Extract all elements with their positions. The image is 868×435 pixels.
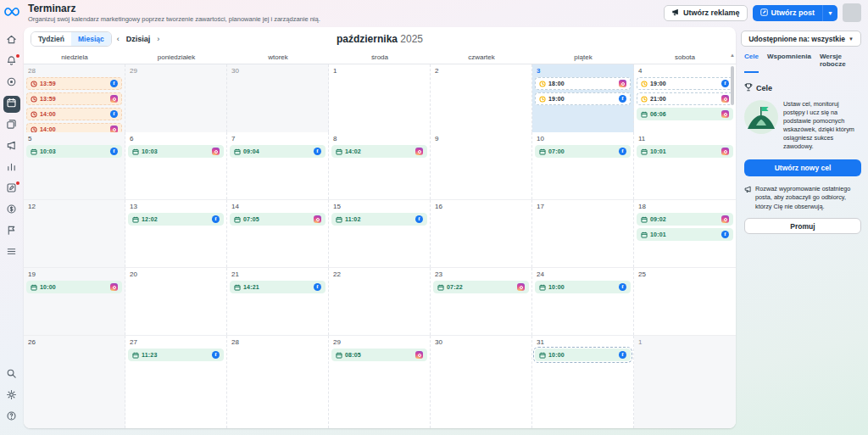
filter-dropdown-1[interactable]: Udostępnione na: wszystkie▼ (741, 31, 861, 47)
calendar-event[interactable]: 13:59 (26, 92, 122, 105)
day-cell-23[interactable]: 2307:22 (431, 268, 532, 335)
day-cell-15[interactable]: 1511:02f (329, 200, 431, 267)
calendar-event[interactable]: 12:02f (128, 213, 224, 226)
instagram-icon (517, 283, 525, 291)
calendar-event[interactable]: 07:05 (230, 213, 326, 226)
clock-icon (641, 81, 648, 87)
view-toggle-week[interactable]: Tydzień (31, 32, 71, 46)
day-cell-22[interactable]: 22 (329, 268, 431, 335)
day-cell-26[interactable]: 26 (24, 336, 125, 428)
scroll-up-icon[interactable]: ▲ (730, 53, 735, 58)
calendar-event[interactable]: 11:02f (331, 213, 427, 226)
sidebar-item-inbox[interactable] (3, 75, 20, 92)
create-post-dropdown-button[interactable]: ▼ (822, 5, 837, 21)
day-cell-16[interactable]: 16 (431, 200, 532, 267)
today-button[interactable]: Dzisiaj (125, 35, 153, 43)
day-cell-20[interactable]: 20 (125, 268, 227, 335)
prev-month-button[interactable]: ‹ (112, 35, 125, 43)
create-goal-button[interactable]: Utwórz nowy cel (744, 159, 861, 176)
day-cell-7[interactable]: 709:04f (227, 132, 329, 199)
day-cell-8[interactable]: 814:02 (329, 132, 431, 199)
clock-icon (539, 81, 546, 87)
meta-logo-icon[interactable] (0, 7, 23, 17)
day-cell-18[interactable]: 1809:0210:01f (634, 200, 736, 267)
sidebar-item-planner[interactable] (3, 96, 20, 113)
day-cell-6[interactable]: 610:03 (125, 132, 227, 199)
calendar-event[interactable]: 10:03 (128, 145, 224, 158)
day-cell-29[interactable]: 2908:05 (329, 336, 431, 428)
day-cell-19[interactable]: 1910:00 (24, 268, 125, 335)
day-cell-11[interactable]: 1110:01 (634, 132, 736, 199)
sidebar-item-all-tools[interactable] (3, 244, 20, 261)
day-cell-17[interactable]: 17 (532, 200, 634, 267)
sidebar-item-pages[interactable] (3, 223, 20, 240)
calendar-event[interactable]: 19:00f (535, 92, 631, 105)
day-cell-13[interactable]: 1312:02f (125, 200, 227, 267)
published-icon (31, 284, 37, 291)
calendar-event[interactable]: 19:00f (637, 77, 733, 90)
day-cell-28[interactable]: 28 (227, 336, 329, 428)
sidebar-item-content[interactable] (3, 117, 20, 134)
sidebar-item-ads-manager[interactable] (3, 181, 20, 198)
calendar-event[interactable]: 10:00 (26, 281, 122, 293)
day-number: 1 (333, 67, 427, 75)
day-cell-10[interactable]: 1007:00f (532, 132, 634, 199)
calendar-event[interactable]: 08:05 (331, 349, 427, 361)
facebook-icon: f (110, 110, 118, 118)
calendar-event[interactable]: 14:00f (26, 108, 122, 120)
sidebar-item-ads[interactable] (3, 138, 20, 155)
tab-wspomnienia[interactable]: Wspomnienia (767, 53, 811, 73)
avatar[interactable] (843, 3, 861, 22)
insights-icon (6, 160, 17, 176)
create-ad-button[interactable]: Utwórz reklamę (664, 5, 748, 21)
day-cell-30[interactable]: 30 (431, 336, 532, 428)
calendar-event[interactable]: 10:00f (535, 281, 631, 293)
tab-cele[interactable]: Cele (744, 53, 759, 73)
view-toggle-month[interactable]: Miesiąc (71, 32, 111, 46)
sidebar-item-search[interactable] (3, 366, 20, 383)
calendar-event[interactable]: 14:21f (230, 281, 326, 293)
day-cell-31[interactable]: 3110:00f (532, 336, 634, 428)
calendar-event[interactable]: 10:00f (535, 349, 631, 361)
scrollbar-thumb[interactable] (731, 66, 734, 105)
promote-button[interactable]: Promuj (744, 218, 861, 234)
day-cell-27[interactable]: 2711:23f (125, 336, 227, 428)
calendar-event[interactable]: 10:01f (637, 228, 733, 241)
day-cell-14[interactable]: 1407:05 (227, 200, 329, 267)
day-cell-25[interactable]: 25 (634, 268, 736, 335)
calendar-event[interactable]: 13:59f (26, 77, 122, 90)
calendar-event[interactable]: 14:02 (331, 145, 427, 158)
calendar-event[interactable]: 07:22 (433, 281, 529, 293)
sidebar-item-home[interactable] (3, 32, 20, 49)
day-cell-12[interactable]: 12 (24, 200, 125, 267)
day-cell-21[interactable]: 2114:21f (227, 268, 329, 335)
next-month-button[interactable]: › (152, 35, 164, 43)
inbox-icon (6, 75, 17, 91)
day-cell-1[interactable]: 1 (634, 336, 736, 428)
sidebar-item-settings[interactable] (3, 388, 20, 404)
left-sidebar (0, 25, 23, 435)
day-cell-24[interactable]: 2410:00f (532, 268, 634, 335)
goals-heading-row: Cele (744, 83, 861, 93)
create-post-button[interactable]: Utwórz post (753, 5, 823, 21)
calendar-event[interactable]: 09:02 (637, 213, 733, 226)
sidebar-item-help[interactable] (3, 409, 20, 426)
sidebar-item-monetization[interactable] (3, 202, 20, 219)
instagram-icon (110, 283, 118, 291)
calendar-event[interactable]: 10:03f (26, 145, 122, 158)
calendar-event[interactable]: 07:00f (535, 145, 631, 158)
day-cell-5[interactable]: 510:03f (24, 132, 125, 199)
calendar-event[interactable]: 10:01 (637, 145, 733, 158)
calendar-event[interactable]: 09:04f (230, 145, 326, 158)
calendar-event[interactable]: 21:00 (637, 92, 733, 105)
calendar-event[interactable]: 11:23f (128, 349, 224, 361)
event-time: 13:59 (40, 81, 56, 86)
tab-wersje-robocze[interactable]: Wersje robocze (820, 53, 861, 73)
calendar-event[interactable]: 18:00 (535, 77, 631, 90)
day-cell-9[interactable]: 9 (431, 132, 532, 199)
sidebar-item-notifications[interactable] (3, 53, 20, 70)
day-number: 4 (638, 67, 733, 75)
sidebar-item-insights[interactable] (3, 159, 20, 176)
calendar-scrollbar[interactable]: ▲ (730, 64, 735, 428)
calendar-event[interactable]: 06:06 (637, 108, 733, 120)
